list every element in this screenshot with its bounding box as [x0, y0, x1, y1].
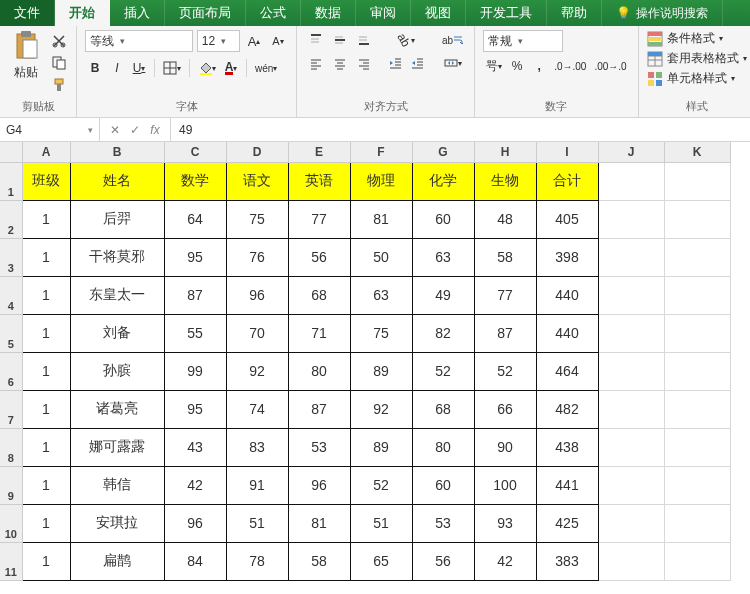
cell[interactable]: 383: [536, 542, 598, 580]
cell[interactable]: 1: [22, 542, 70, 580]
decrease-indent-button[interactable]: [385, 53, 405, 73]
tab-home[interactable]: 开始: [55, 0, 110, 26]
cell[interactable]: 后羿: [70, 200, 164, 238]
cell[interactable]: 1: [22, 390, 70, 428]
column-header[interactable]: G: [412, 142, 474, 162]
cell[interactable]: [664, 542, 730, 580]
cell[interactable]: 英语: [288, 162, 350, 200]
font-color-button[interactable]: A▾: [221, 58, 241, 78]
cell[interactable]: 87: [474, 314, 536, 352]
name-box[interactable]: G4▾: [0, 118, 100, 141]
cell[interactable]: 1: [22, 200, 70, 238]
cell[interactable]: 464: [536, 352, 598, 390]
enter-button[interactable]: ✓: [126, 121, 144, 139]
row-header[interactable]: 10: [0, 504, 22, 542]
cell[interactable]: 52: [412, 352, 474, 390]
fill-color-button[interactable]: ▾: [195, 58, 219, 78]
cell[interactable]: 48: [474, 200, 536, 238]
cell-styles-button[interactable]: 单元格样式▾: [647, 70, 747, 87]
cell[interactable]: 482: [536, 390, 598, 428]
underline-button[interactable]: U▾: [129, 58, 149, 78]
wrap-text-button[interactable]: ab: [439, 30, 466, 50]
column-header[interactable]: A: [22, 142, 70, 162]
row-header[interactable]: 5: [0, 314, 22, 352]
comma-button[interactable]: ,: [529, 56, 549, 76]
column-header[interactable]: D: [226, 142, 288, 162]
row-header[interactable]: 8: [0, 428, 22, 466]
decrease-decimal-button[interactable]: .00→.0: [591, 56, 629, 76]
cell[interactable]: 81: [350, 200, 412, 238]
paste-button[interactable]: 粘贴: [8, 30, 44, 81]
cell[interactable]: 52: [474, 352, 536, 390]
cell[interactable]: 1: [22, 504, 70, 542]
cell[interactable]: 52: [350, 466, 412, 504]
cell[interactable]: 81: [288, 504, 350, 542]
cell[interactable]: 96: [226, 276, 288, 314]
cell[interactable]: 55: [164, 314, 226, 352]
grow-font-button[interactable]: A▴: [244, 31, 264, 51]
cell[interactable]: 数学: [164, 162, 226, 200]
italic-button[interactable]: I: [107, 58, 127, 78]
cell[interactable]: [598, 466, 664, 504]
column-header[interactable]: B: [70, 142, 164, 162]
bold-button[interactable]: B: [85, 58, 105, 78]
cell[interactable]: 韩信: [70, 466, 164, 504]
cell[interactable]: 65: [350, 542, 412, 580]
cell[interactable]: [664, 276, 730, 314]
cell[interactable]: 刘备: [70, 314, 164, 352]
cell[interactable]: [598, 504, 664, 542]
conditional-format-button[interactable]: 条件格式▾: [647, 30, 747, 47]
cell[interactable]: 77: [288, 200, 350, 238]
row-header[interactable]: 11: [0, 542, 22, 580]
cell[interactable]: 441: [536, 466, 598, 504]
row-header[interactable]: 3: [0, 238, 22, 276]
tab-review[interactable]: 审阅: [356, 0, 411, 26]
cell[interactable]: 1: [22, 352, 70, 390]
column-header[interactable]: E: [288, 142, 350, 162]
cancel-button[interactable]: ✕: [106, 121, 124, 139]
tab-layout[interactable]: 页面布局: [165, 0, 246, 26]
cell[interactable]: 71: [288, 314, 350, 352]
cell[interactable]: 83: [226, 428, 288, 466]
cell[interactable]: 74: [226, 390, 288, 428]
column-header[interactable]: I: [536, 142, 598, 162]
cell[interactable]: 93: [474, 504, 536, 542]
row-header[interactable]: 1: [0, 162, 22, 200]
cell[interactable]: 49: [412, 276, 474, 314]
cell[interactable]: 班级: [22, 162, 70, 200]
cell[interactable]: 78: [226, 542, 288, 580]
cell[interactable]: 66: [474, 390, 536, 428]
number-format-combo[interactable]: 常规▾: [483, 30, 563, 52]
cell[interactable]: 96: [164, 504, 226, 542]
cell[interactable]: 87: [164, 276, 226, 314]
cell[interactable]: 63: [350, 276, 412, 314]
accounting-format-button[interactable]: 咢▾: [483, 56, 505, 76]
format-painter-button[interactable]: [50, 76, 68, 94]
cell[interactable]: 75: [226, 200, 288, 238]
cell[interactable]: 77: [474, 276, 536, 314]
column-header[interactable]: F: [350, 142, 412, 162]
percent-button[interactable]: %: [507, 56, 527, 76]
format-table-button[interactable]: 套用表格格式▾: [647, 50, 747, 67]
column-header[interactable]: J: [598, 142, 664, 162]
tell-me[interactable]: 💡操作说明搜索: [602, 0, 723, 26]
cell[interactable]: 东皇太一: [70, 276, 164, 314]
cell[interactable]: 1: [22, 428, 70, 466]
cell[interactable]: 扁鹊: [70, 542, 164, 580]
cell[interactable]: 425: [536, 504, 598, 542]
orientation-button[interactable]: ab▾: [385, 30, 427, 50]
cell[interactable]: 58: [474, 238, 536, 276]
cell[interactable]: 51: [350, 504, 412, 542]
cell[interactable]: 398: [536, 238, 598, 276]
cell[interactable]: 42: [164, 466, 226, 504]
align-middle-button[interactable]: [329, 30, 351, 50]
cell[interactable]: 82: [412, 314, 474, 352]
cell[interactable]: 89: [350, 428, 412, 466]
select-all-corner[interactable]: [0, 142, 22, 162]
cell[interactable]: 80: [288, 352, 350, 390]
align-center-button[interactable]: [329, 54, 351, 74]
cell[interactable]: 诸葛亮: [70, 390, 164, 428]
cell[interactable]: 92: [350, 390, 412, 428]
merge-button[interactable]: ▾: [439, 53, 466, 73]
cell[interactable]: [598, 314, 664, 352]
